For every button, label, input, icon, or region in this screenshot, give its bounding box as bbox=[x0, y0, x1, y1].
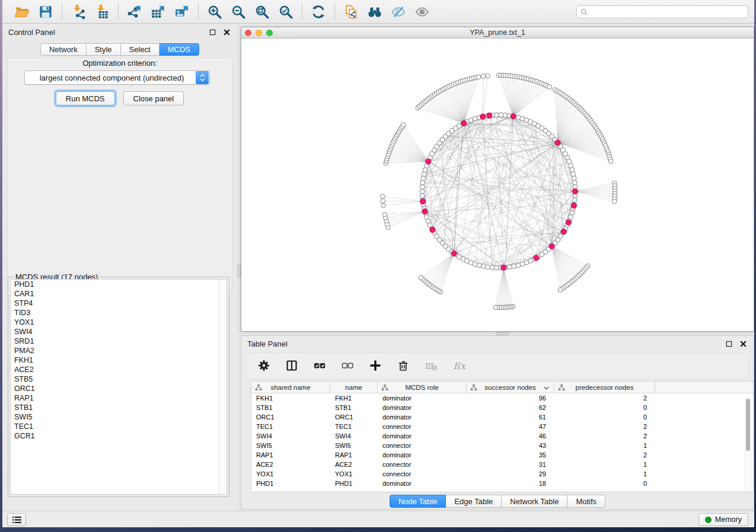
mcds-node-item[interactable]: YOX1 bbox=[11, 318, 227, 327]
mcds-node-item[interactable]: FKH1 bbox=[11, 355, 227, 365]
cell-shared-name: RAP1 bbox=[251, 451, 330, 459]
column-header-successor-nodes[interactable]: successor nodes bbox=[467, 382, 554, 393]
zoom-out-icon[interactable] bbox=[229, 3, 247, 21]
cell-predecessor-nodes: 2 bbox=[554, 451, 655, 459]
table-scrollbar[interactable] bbox=[745, 397, 751, 492]
cell-predecessor-nodes: 0 bbox=[554, 414, 655, 421]
network-window: YPA_prune.txt_1 bbox=[241, 27, 754, 332]
function-builder-icon[interactable]: f(x) bbox=[450, 357, 468, 374]
save-session-icon[interactable] bbox=[37, 3, 55, 21]
table-row[interactable]: ORC1ORC1dominator610 bbox=[251, 412, 753, 422]
cell-name: STB1 bbox=[330, 404, 378, 411]
float-panel-icon[interactable] bbox=[208, 27, 217, 37]
optimization-criterion-label: Optimization criterion: bbox=[2, 59, 237, 68]
hide-selected-icon[interactable] bbox=[390, 3, 407, 21]
table-tab-network-table[interactable]: Network Table bbox=[502, 495, 567, 508]
table-row[interactable]: ACE2ACE2connector311 bbox=[251, 460, 753, 469]
mcds-node-item[interactable]: STB5 bbox=[11, 374, 227, 384]
table-scrollbar-thumb[interactable] bbox=[746, 399, 750, 451]
show-all-icon[interactable] bbox=[413, 3, 431, 21]
zoom-fit-icon[interactable] bbox=[253, 3, 271, 21]
memory-button[interactable]: Memory bbox=[698, 513, 748, 526]
network-window-titlebar[interactable]: YPA_prune.txt_1 bbox=[241, 27, 754, 39]
select-all-checks-icon[interactable] bbox=[311, 357, 328, 374]
network-view[interactable] bbox=[241, 39, 754, 331]
criterion-dropdown[interactable]: largest connected component (undirected) bbox=[24, 70, 210, 85]
network-canvas[interactable] bbox=[241, 39, 754, 331]
open-session-icon[interactable] bbox=[13, 3, 31, 21]
mcds-node-item[interactable]: TEC1 bbox=[11, 422, 227, 431]
cell-name: ORC1 bbox=[330, 414, 378, 421]
float-table-panel-icon[interactable] bbox=[724, 339, 733, 348]
cell-shared-name: TEC1 bbox=[251, 423, 330, 430]
unselect-all-checks-icon[interactable] bbox=[339, 357, 356, 374]
mcds-node-item[interactable]: ORC1 bbox=[11, 384, 227, 393]
column-header-shared-name[interactable]: shared name bbox=[251, 382, 330, 393]
duplicate-network-icon[interactable] bbox=[342, 3, 360, 21]
table-tab-node-table[interactable]: Node Table bbox=[390, 495, 446, 508]
mcds-node-item[interactable]: SWI5 bbox=[11, 412, 227, 422]
zoom-in-icon[interactable] bbox=[206, 3, 224, 21]
mcds-node-item[interactable]: STB1 bbox=[11, 403, 227, 412]
table-row[interactable]: YOX1YOX1connector291 bbox=[251, 469, 753, 479]
search-binoculars-icon[interactable] bbox=[366, 3, 384, 21]
column-header-predecessor-nodes[interactable]: predecessor nodes bbox=[554, 382, 655, 393]
export-network-icon[interactable] bbox=[126, 3, 143, 21]
close-table-panel-icon[interactable] bbox=[738, 339, 748, 348]
import-table-icon[interactable] bbox=[93, 3, 111, 21]
table-row[interactable]: RAP1RAP1dominator352 bbox=[251, 450, 753, 460]
task-history-button[interactable] bbox=[7, 513, 26, 526]
mcds-node-item[interactable]: ACE2 bbox=[11, 365, 227, 374]
mcds-list-scrollbar[interactable] bbox=[219, 280, 227, 494]
mcds-node-item[interactable]: TID3 bbox=[11, 308, 227, 318]
cell-successor-nodes: 46 bbox=[467, 432, 554, 440]
cell-shared-name: STB1 bbox=[251, 404, 330, 411]
tab-select[interactable]: Select bbox=[121, 43, 160, 56]
add-column-icon[interactable] bbox=[366, 357, 384, 374]
table-tab-edge-table[interactable]: Edge Table bbox=[446, 495, 502, 508]
import-network-icon[interactable] bbox=[69, 3, 87, 21]
mcds-node-item[interactable]: SRD1 bbox=[11, 336, 227, 346]
mcds-node-item[interactable]: RAP1 bbox=[11, 393, 227, 403]
table-row[interactable]: SWI4SWI4dominator462 bbox=[251, 431, 753, 441]
split-columns-icon[interactable] bbox=[283, 357, 301, 374]
gear-icon[interactable] bbox=[255, 357, 273, 374]
cell-predecessor-nodes: 0 bbox=[554, 480, 655, 487]
tab-style[interactable]: Style bbox=[87, 43, 121, 56]
mcds-node-item[interactable]: GCR1 bbox=[11, 431, 227, 441]
cell-name: TEC1 bbox=[330, 423, 378, 430]
search-icon bbox=[580, 8, 588, 16]
table-row[interactable]: STB1STB1dominator620 bbox=[251, 403, 753, 412]
export-image-icon[interactable] bbox=[173, 3, 191, 21]
search-input[interactable] bbox=[591, 8, 744, 16]
mcds-node-item[interactable]: STP4 bbox=[11, 299, 227, 308]
mcds-node-item[interactable]: PMA2 bbox=[11, 346, 227, 355]
table-row[interactable]: PHD1PHD1dominator180 bbox=[251, 479, 753, 488]
tab-mcds[interactable]: MCDS bbox=[160, 43, 199, 56]
close-panel-icon[interactable] bbox=[222, 27, 231, 37]
column-header-name[interactable]: name bbox=[330, 382, 378, 393]
run-mcds-button[interactable]: Run MCDS bbox=[56, 91, 115, 105]
sort-indicator-icon bbox=[544, 384, 549, 391]
delete-table-icon[interactable] bbox=[422, 357, 440, 374]
mcds-node-item[interactable]: PHD1 bbox=[11, 280, 227, 289]
cell-shared-name: FKH1 bbox=[251, 395, 330, 402]
mcds-node-item[interactable]: SWI4 bbox=[11, 327, 227, 336]
column-header-MCDS-role[interactable]: MCDS role bbox=[378, 382, 467, 393]
table-tab-motifs[interactable]: Motifs bbox=[567, 495, 605, 508]
tab-network[interactable]: Network bbox=[40, 43, 87, 56]
export-table-icon[interactable] bbox=[149, 3, 167, 21]
mcds-result-list[interactable]: PHD1CAR1STP4TID3YOX1SWI4SRD1PMA2FKH1ACE2… bbox=[10, 279, 227, 495]
close-panel-button[interactable]: Close panel bbox=[123, 91, 184, 105]
mcds-node-item[interactable]: CAR1 bbox=[11, 289, 227, 299]
table-row[interactable]: SWI5SWI5connector431 bbox=[251, 441, 753, 450]
zoom-selected-icon[interactable] bbox=[277, 3, 295, 21]
table-toolbar: f(x) bbox=[246, 352, 749, 379]
refresh-icon[interactable] bbox=[310, 3, 327, 21]
table-row[interactable]: FKH1FKH1dominator962 bbox=[251, 393, 753, 403]
delete-column-icon[interactable] bbox=[394, 357, 412, 374]
table-row[interactable]: TEC1TEC1connector472 bbox=[251, 422, 753, 431]
cell-MCDS-role: dominator bbox=[378, 451, 467, 459]
memory-label: Memory bbox=[715, 515, 742, 524]
cell-shared-name: ORC1 bbox=[251, 414, 330, 421]
